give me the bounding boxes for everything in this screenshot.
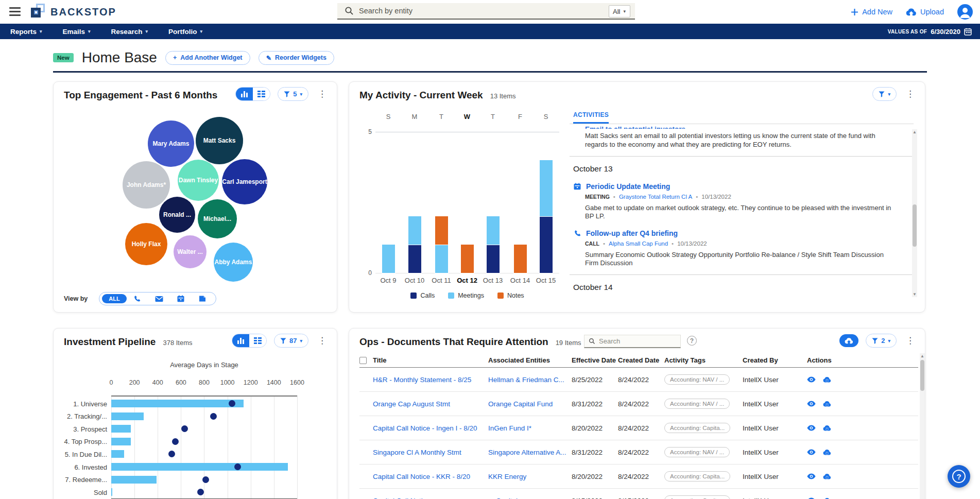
chart-view-button[interactable] <box>236 88 253 100</box>
user-avatar[interactable] <box>957 4 973 20</box>
help-fab[interactable]: ? <box>948 465 970 488</box>
ops-search-input[interactable] <box>599 337 671 345</box>
engagement-bubble[interactable]: Holly Flax <box>125 223 167 265</box>
nav-research[interactable]: Research▾ <box>101 24 158 39</box>
kebab-menu-icon[interactable]: ⋮ <box>904 89 917 99</box>
feed-scrollbar[interactable]: ▲ ▼ <box>912 129 917 297</box>
associated-entity-link[interactable]: Orange Capital Fund <box>488 400 572 408</box>
activity-bar-segment[interactable] <box>461 245 474 273</box>
column-header[interactable]: Activity Tags <box>664 356 743 364</box>
help-icon[interactable]: ? <box>687 336 697 346</box>
document-title-link[interactable]: Singapore Cl A Monthly Stmt <box>373 449 488 456</box>
column-header[interactable]: Created Date <box>618 356 664 364</box>
activity-tag-pill[interactable]: Accounting: Capita... <box>664 423 730 433</box>
document-title-link[interactable]: Orange Cap August Stmt <box>373 400 488 408</box>
view-document-icon[interactable] <box>807 425 816 431</box>
pipeline-bar[interactable] <box>111 425 131 433</box>
document-title-link[interactable]: Capital Call Notice - Ingen I - 8/20 <box>373 424 488 432</box>
engagement-bubble[interactable]: Dawn Tinsley <box>178 160 219 201</box>
view-document-icon[interactable] <box>807 473 816 479</box>
activity-bar-segment[interactable] <box>382 245 395 273</box>
calendar-icon[interactable] <box>170 295 192 302</box>
engagement-bubble[interactable]: Abby Adams <box>214 243 253 282</box>
associated-entity-link[interactable]: InGen Fund I* <box>488 424 572 432</box>
engagement-bubble[interactable]: Michael... <box>198 199 237 238</box>
pipeline-dot[interactable] <box>172 438 179 445</box>
activity-bar-segment[interactable] <box>408 216 421 245</box>
column-header[interactable]: Effective Date <box>572 356 618 364</box>
download-document-icon[interactable] <box>823 401 831 407</box>
upload-button[interactable]: Upload <box>906 8 944 16</box>
view-document-icon[interactable] <box>807 401 816 407</box>
envelope-icon[interactable] <box>148 296 170 302</box>
engagement-bubble[interactable]: John Adams* <box>123 161 170 209</box>
download-document-icon[interactable] <box>823 449 831 455</box>
feed-item-title-link[interactable]: Periodic Update Meeting <box>586 182 670 191</box>
engagement-bubble[interactable]: Mary Adams <box>148 121 194 167</box>
pipeline-bar[interactable] <box>111 412 144 420</box>
feed-item-entity-link[interactable]: Graystone Total Return Cl A <box>619 194 692 200</box>
table-scrollbar[interactable]: ▲ <box>920 353 925 499</box>
column-header[interactable]: Created By <box>743 356 807 364</box>
pipeline-bar[interactable] <box>111 438 131 445</box>
kebab-menu-icon[interactable]: ⋮ <box>904 335 917 346</box>
document-title-link[interactable]: Capital Call Notice - KKR - 8/20 <box>373 473 488 480</box>
pipeline-bar[interactable] <box>111 488 112 496</box>
pipeline-bar[interactable] <box>111 476 157 484</box>
column-header[interactable]: Title <box>373 356 488 364</box>
activity-bar-segment[interactable] <box>435 245 448 273</box>
kebab-menu-icon[interactable]: ⋮ <box>316 89 329 99</box>
note-icon[interactable] <box>192 295 213 302</box>
download-document-icon[interactable] <box>823 473 831 479</box>
filter-button[interactable]: 5 ▾ <box>278 87 308 101</box>
scroll-down-icon[interactable]: ▼ <box>912 292 917 297</box>
activity-tag-pill[interactable]: Accounting: NAV / ... <box>664 374 730 385</box>
activity-bar-segment[interactable] <box>540 216 553 273</box>
associated-entity-link[interactable]: Hellman & Friedman C... <box>488 376 572 384</box>
document-title-link[interactable]: H&R - Monthly Statement - 8/25 <box>373 376 488 384</box>
engagement-bubble[interactable]: Ronald ... <box>159 197 195 233</box>
pipeline-dot[interactable] <box>202 476 209 483</box>
table-view-button[interactable] <box>253 88 270 100</box>
feed-item-entity-link[interactable]: Alpha Small Cap Fund <box>609 240 668 247</box>
calendar-icon[interactable] <box>964 28 972 36</box>
filter-button[interactable]: 2 ▾ <box>866 334 897 348</box>
add-new-button[interactable]: Add New <box>851 8 892 16</box>
activity-bar-segment[interactable] <box>435 216 448 245</box>
associated-entity-link[interactable]: ... Capital ... <box>488 497 572 499</box>
document-title-link[interactable]: Capital Call Notice - ... <box>373 497 488 499</box>
tab-activities[interactable]: ACTIVITIES <box>573 111 609 124</box>
clipped-activity-link[interactable]: Email to all potential investors <box>585 125 914 129</box>
activity-bar-segment[interactable] <box>487 245 500 273</box>
download-document-icon[interactable] <box>823 376 831 383</box>
hamburger-menu-icon[interactable] <box>9 7 21 16</box>
activity-tag-pill[interactable]: Accounting: Capita... <box>664 495 730 499</box>
view-by-all-button[interactable]: ALL <box>102 294 126 303</box>
engagement-bubble[interactable]: Matt Sacks <box>196 117 243 164</box>
activity-tag-pill[interactable]: Accounting: NAV / ... <box>664 447 730 457</box>
activity-bar-segment[interactable] <box>408 245 421 273</box>
search-input[interactable] <box>359 7 575 15</box>
engagement-bubble[interactable]: Walter ... <box>174 235 207 268</box>
view-document-icon[interactable] <box>807 449 816 455</box>
nav-reports[interactable]: Reports▾ <box>0 24 53 39</box>
activity-tag-pill[interactable]: Accounting: NAV / ... <box>664 399 730 409</box>
download-document-icon[interactable] <box>823 425 831 431</box>
phone-icon[interactable] <box>127 295 148 303</box>
filter-button[interactable]: ▾ <box>872 87 897 101</box>
column-header[interactable]: Actions <box>807 356 869 364</box>
pipeline-dot[interactable] <box>197 489 204 495</box>
column-header[interactable]: Associated Entities <box>488 356 572 364</box>
associated-entity-link[interactable]: KKR Energy <box>488 473 572 480</box>
view-document-icon[interactable] <box>807 376 816 383</box>
activity-bar-segment[interactable] <box>540 160 553 217</box>
select-all-checkbox[interactable] <box>359 357 367 364</box>
pipeline-dot[interactable] <box>168 451 175 457</box>
add-widget-button[interactable]: + Add Another Widget <box>165 51 250 65</box>
pipeline-bar[interactable] <box>111 450 124 458</box>
nav-emails[interactable]: Emails▾ <box>53 24 101 39</box>
pipeline-bar[interactable] <box>111 400 244 407</box>
nav-portfolio[interactable]: Portfolio▾ <box>158 24 213 39</box>
bulk-download-button[interactable] <box>839 334 858 347</box>
associated-entity-link[interactable]: Singapore Alternative A... <box>488 449 572 456</box>
